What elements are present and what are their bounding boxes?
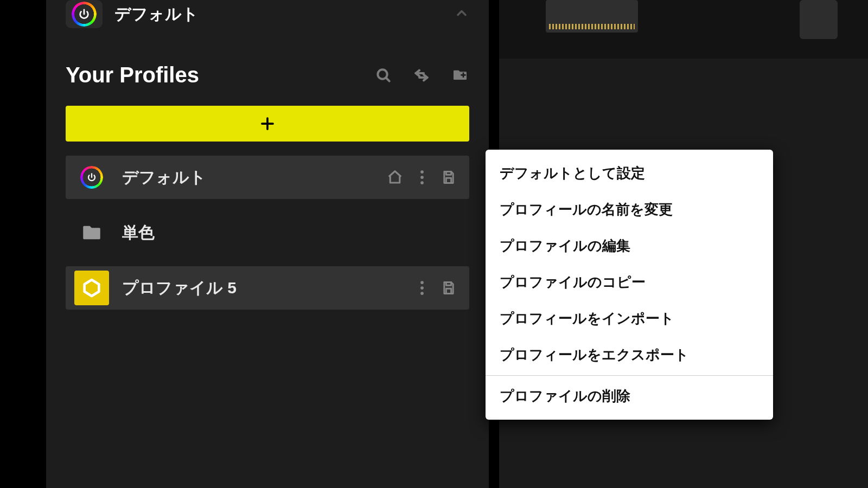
chevron-up-icon [454,5,469,23]
menu-export-profile[interactable]: プロフィールをエクスポート [486,337,773,373]
save-icon[interactable] [441,280,456,296]
svg-point-15 [420,286,424,290]
profile-label: 単色 [122,222,456,244]
svg-point-16 [420,292,424,295]
sidebar: デフォルト Your Profiles [46,0,489,488]
save-icon[interactable] [441,170,456,185]
device-card-thumb[interactable] [800,0,838,39]
svg-point-14 [420,281,424,284]
menu-copy-profile[interactable]: プロファイルのコピー [486,264,773,300]
menu-rename-profile[interactable]: プロフィールの名前を変更 [486,191,773,228]
profiles-title: Your Profiles [66,63,363,87]
svg-line-1 [386,78,389,81]
profile-folder-row[interactable]: 単色 [66,211,469,254]
profiles-actions [375,67,469,84]
more-icon[interactable] [419,169,425,185]
menu-separator [486,375,773,376]
search-icon[interactable] [375,67,392,84]
profile-row-5[interactable]: プロファイル 5 [66,266,469,310]
icue-icon [74,160,109,195]
svg-rect-11 [446,172,451,175]
device-preview-strip [499,0,868,59]
svg-marker-13 [85,280,99,296]
menu-import-profile[interactable]: プロフィールをインポート [486,300,773,337]
profile-label: プロファイル 5 [122,277,406,299]
svg-point-8 [420,170,424,174]
menu-set-default[interactable]: デフォルトとして設定 [486,155,773,191]
profile-list: デフォルト 単色 プロファイル 5 [46,156,489,310]
more-icon[interactable] [419,280,425,296]
svg-rect-18 [446,288,451,293]
svg-rect-17 [446,282,451,286]
profile-row-default[interactable]: デフォルト [66,156,469,199]
profile-label: デフォルト [122,166,374,189]
svg-point-10 [420,181,424,184]
svg-rect-12 [446,178,451,183]
device-ram-thumb[interactable] [546,0,638,33]
current-profile-header[interactable]: デフォルト [46,0,489,41]
menu-delete-profile[interactable]: プロファイルの削除 [486,378,773,414]
svg-point-9 [420,176,424,179]
profiles-header: Your Profiles [46,41,489,106]
menu-edit-profile[interactable]: プロファイルの編集 [486,228,773,264]
hex-icon [74,271,109,305]
svg-rect-5 [463,72,464,77]
add-profile-button[interactable] [66,106,469,142]
new-folder-icon[interactable] [451,67,469,84]
icue-icon [66,0,103,28]
folder-icon [74,215,109,250]
profile-context-menu: デフォルトとして設定 プロフィールの名前を変更 プロファイルの編集 プロファイル… [486,150,773,420]
sync-icon[interactable] [412,67,431,84]
current-profile-title: デフォルト [114,3,442,25]
home-icon[interactable] [387,169,403,185]
